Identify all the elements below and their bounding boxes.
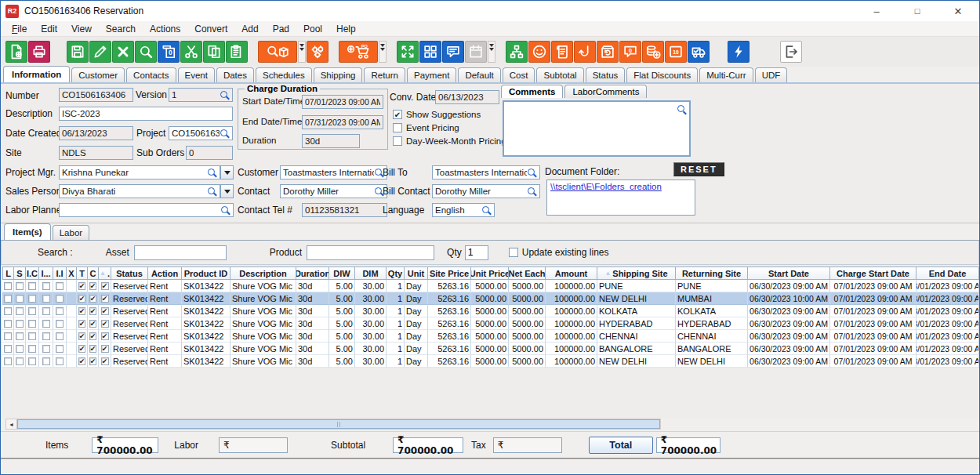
row-checkbox[interactable] xyxy=(56,295,64,303)
row-checkbox[interactable]: ✔ xyxy=(89,320,97,328)
row-checkbox[interactable] xyxy=(16,332,24,340)
row-checkbox[interactable] xyxy=(56,345,64,353)
menu-file[interactable]: File xyxy=(5,22,33,36)
conv-date-field[interactable]: 06/13/2023 xyxy=(435,90,499,104)
start-datetime-field[interactable]: 07/01/2023 09:00 AM xyxy=(302,95,383,109)
search-icon[interactable] xyxy=(220,129,230,139)
project-field[interactable]: CO1506163 xyxy=(169,126,233,140)
row-checkbox[interactable]: ✔ xyxy=(78,357,86,365)
search-icon[interactable] xyxy=(220,205,230,216)
row-checkbox[interactable] xyxy=(16,345,24,353)
print-button[interactable] xyxy=(28,41,50,63)
end-datetime-field[interactable]: 07/31/2023 09:00 AM xyxy=(302,115,383,129)
row-checkbox[interactable] xyxy=(56,307,64,315)
modules-button[interactable] xyxy=(419,41,441,63)
version-field[interactable]: 1 xyxy=(169,88,233,102)
row-checkbox[interactable] xyxy=(56,282,64,290)
number-field[interactable]: CO1506163406 xyxy=(59,88,133,102)
column-header-i[interactable]: I... xyxy=(39,267,53,280)
row-checkbox[interactable]: ✔ xyxy=(101,320,109,328)
qty-input[interactable] xyxy=(465,245,488,260)
row-checkbox[interactable] xyxy=(28,332,36,340)
column-header-returning-site[interactable]: Returning Site xyxy=(676,267,748,280)
scroll-left-arrow-icon[interactable]: ◄ xyxy=(6,419,17,429)
tab-flat-discounts[interactable]: Flat Discounts xyxy=(626,67,698,82)
comments-textarea[interactable] xyxy=(503,100,691,157)
close-button[interactable]: ✕ xyxy=(951,5,965,17)
contact-tel-field[interactable]: 01123581321 xyxy=(302,203,387,217)
cut-button[interactable] xyxy=(180,41,202,63)
column-header-status[interactable]: Status xyxy=(111,267,148,280)
table-row[interactable]: ✔✔✔ReservedRentSK013422Shure VOG Mic30d5… xyxy=(2,343,978,355)
tab-shipping[interactable]: Shipping xyxy=(314,67,363,82)
tab-labor-comments[interactable]: LaborComments xyxy=(564,85,647,98)
customer-field[interactable]: Toastmasters Internation xyxy=(280,165,387,179)
site-field[interactable]: NDLS xyxy=(59,146,133,160)
row-checkbox[interactable] xyxy=(28,357,36,365)
column-header-ic[interactable]: I.C xyxy=(26,267,39,280)
event-pricing-checkbox[interactable] xyxy=(393,123,402,132)
save-button[interactable] xyxy=(67,41,89,63)
row-checkbox[interactable] xyxy=(42,320,50,328)
table-row[interactable]: ✔✔✔ReservedRentSK013422Shure VOG Mic30d5… xyxy=(2,317,978,330)
message-zero-button[interactable]: 0 xyxy=(619,41,641,63)
menu-convert[interactable]: Convert xyxy=(188,22,234,36)
paste-button[interactable] xyxy=(226,41,248,63)
column-header-[interactable]: ▲. xyxy=(99,267,111,280)
scroll-button[interactable] xyxy=(551,41,573,63)
menu-add[interactable]: Add xyxy=(235,22,264,36)
row-checkbox[interactable] xyxy=(42,282,50,290)
row-checkbox[interactable]: ✔ xyxy=(89,332,97,340)
tab-customer[interactable]: Customer xyxy=(71,67,125,82)
row-checkbox[interactable] xyxy=(56,332,64,340)
row-checkbox[interactable] xyxy=(28,282,36,290)
tab-subtotal[interactable]: Subtotal xyxy=(536,67,583,82)
horizontal-scrollbar[interactable]: ◄ xyxy=(5,419,661,430)
search-icon[interactable] xyxy=(481,205,492,216)
column-header-end-date[interactable]: End Date xyxy=(916,267,979,280)
menu-pad[interactable]: Pad xyxy=(267,22,296,36)
tab-multi-curr[interactable]: Multi-Curr xyxy=(699,67,753,82)
row-checkbox[interactable]: ✔ xyxy=(101,357,109,365)
column-header-c[interactable]: C xyxy=(88,267,99,280)
new-document-button[interactable] xyxy=(5,41,27,63)
safe-button[interactable]: 10 xyxy=(665,41,687,63)
contact-field[interactable]: Dorothy Miller xyxy=(280,184,387,198)
tab-labor[interactable]: Labor xyxy=(53,225,89,240)
row-checkbox[interactable] xyxy=(28,295,36,303)
tab-information[interactable]: Information xyxy=(3,66,70,82)
row-checkbox[interactable] xyxy=(4,357,12,365)
row-checkbox[interactable]: ✔ xyxy=(89,295,97,303)
sub-orders-field[interactable]: 0 xyxy=(186,146,233,160)
column-header-action[interactable]: Action xyxy=(148,267,182,280)
column-header-dim[interactable]: DIM xyxy=(355,267,387,280)
sales-person-field[interactable]: Divya Bharati xyxy=(59,184,220,198)
update-existing-lines-checkbox[interactable] xyxy=(509,248,518,257)
column-header-ii[interactable]: I.I xyxy=(53,267,67,280)
row-checkbox[interactable] xyxy=(42,345,50,353)
labor-planner-field[interactable] xyxy=(59,203,234,217)
row-checkbox[interactable]: ✔ xyxy=(101,345,109,353)
column-header-net-each[interactable]: Net Each xyxy=(509,267,546,280)
maximize-button[interactable]: □ xyxy=(910,6,924,16)
day-week-month-pricing-checkbox[interactable] xyxy=(393,136,402,146)
search-icon[interactable] xyxy=(207,187,217,197)
lightning-button[interactable] xyxy=(728,41,750,63)
gears-button[interactable] xyxy=(307,41,328,63)
total-button[interactable]: Total xyxy=(589,437,653,454)
column-header-duration[interactable]: Duration xyxy=(296,267,329,280)
row-checkbox[interactable]: ✔ xyxy=(101,332,109,340)
tab-udf[interactable]: UDF xyxy=(755,67,788,82)
row-checkbox[interactable] xyxy=(4,332,12,340)
row-checkbox[interactable] xyxy=(16,320,24,328)
show-suggestions-checkbox[interactable]: ✔ xyxy=(393,110,402,119)
toolbar-dropdown[interactable] xyxy=(488,41,495,63)
row-checkbox[interactable]: ✔ xyxy=(78,320,86,328)
bill-contact-field[interactable]: Dorothy Miller xyxy=(432,184,540,198)
duration-field[interactable]: 30d xyxy=(302,134,360,148)
copy-number-button[interactable]: 0 xyxy=(158,41,180,63)
expand-button[interactable] xyxy=(397,41,419,63)
product-input[interactable] xyxy=(307,245,434,260)
row-checkbox[interactable] xyxy=(42,295,50,303)
row-checkbox[interactable]: ✔ xyxy=(101,295,109,303)
